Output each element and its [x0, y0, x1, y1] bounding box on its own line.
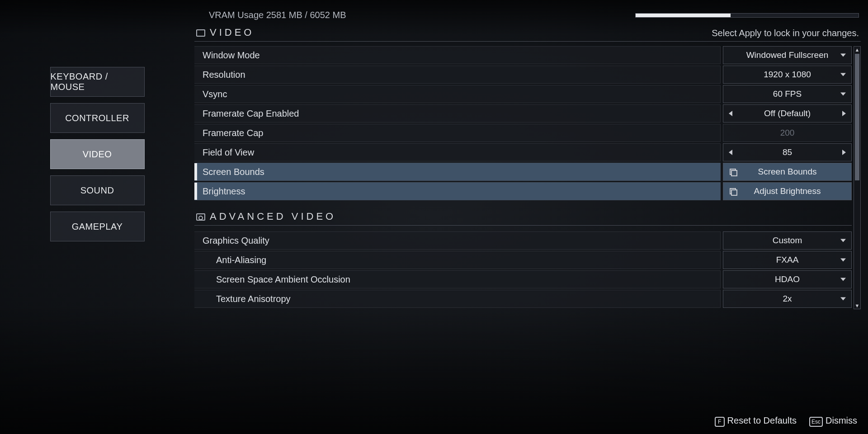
- dropdown-resolution[interactable]: 1920 x 1080: [723, 66, 852, 84]
- arrow-right-icon[interactable]: [842, 111, 846, 116]
- chevron-down-icon: [840, 93, 846, 96]
- chevron-down-icon: [840, 259, 846, 262]
- vram-usage-text: VRAM Usage 2581 MB / 6052 MB: [209, 10, 346, 20]
- section-header-advanced-video: ADVANCED VIDEO: [194, 206, 852, 226]
- advanced-monitor-icon: [196, 213, 205, 221]
- vram-usage-row: VRAM Usage 2581 MB / 6052 MB: [194, 10, 861, 22]
- row-graphics-quality: Graphics Quality Custom: [194, 231, 852, 250]
- dropdown-graphics-quality[interactable]: Custom: [723, 231, 852, 250]
- section-title-advanced-video: ADVANCED VIDEO: [210, 211, 336, 222]
- row-resolution: Resolution 1920 x 1080: [194, 66, 852, 84]
- section-title-video: VIDEO: [210, 27, 254, 38]
- label-anti-aliasing: Anti-Aliasing: [194, 251, 721, 269]
- dismiss-button[interactable]: EscDismiss: [809, 415, 857, 427]
- dropdown-anti-aliasing[interactable]: FXAA: [723, 251, 852, 269]
- chevron-down-icon: [840, 239, 846, 242]
- chevron-down-icon: [840, 297, 846, 301]
- label-resolution: Resolution: [194, 66, 721, 84]
- panel-brightness[interactable]: Adjust Brightness: [723, 182, 852, 200]
- stepper-field-of-view[interactable]: 85: [723, 143, 852, 161]
- tab-keyboard-mouse[interactable]: KEYBOARD / MOUSE: [50, 67, 145, 97]
- panel-screen-bounds[interactable]: Screen Bounds: [723, 163, 852, 181]
- row-ssao: Screen Space Ambient Occlusion HDAO: [194, 270, 852, 288]
- chevron-down-icon: [840, 278, 846, 281]
- scroll-down-icon[interactable]: ▼: [854, 302, 860, 309]
- row-texture-anisotropy: Texture Anisotropy 2x: [194, 290, 852, 308]
- stepper-framerate-cap-enabled[interactable]: Off (Default): [723, 104, 852, 123]
- tab-controller[interactable]: CONTROLLER: [50, 103, 145, 133]
- section-header-video: VIDEO Select Apply to lock in your chang…: [194, 22, 861, 42]
- label-graphics-quality: Graphics Quality: [194, 231, 721, 250]
- monitor-icon: [196, 29, 205, 37]
- label-screen-bounds: Screen Bounds: [194, 163, 721, 181]
- arrow-right-icon[interactable]: [842, 150, 846, 155]
- arrow-left-icon[interactable]: [729, 111, 732, 116]
- tab-video[interactable]: VIDEO: [50, 139, 145, 169]
- row-framerate-cap: Framerate Cap 200: [194, 124, 852, 142]
- label-framerate-cap-enabled: Framerate Cap Enabled: [194, 104, 721, 123]
- arrow-left-icon[interactable]: [729, 150, 732, 155]
- row-window-mode: Window Mode Windowed Fullscreen: [194, 46, 852, 64]
- label-texture-anisotropy: Texture Anisotropy: [194, 290, 721, 308]
- label-brightness: Brightness: [194, 182, 721, 200]
- dropdown-ssao[interactable]: HDAO: [723, 270, 852, 288]
- panel-open-icon: [730, 188, 736, 194]
- scroll-thumb[interactable]: [855, 54, 859, 180]
- row-framerate-cap-enabled: Framerate Cap Enabled Off (Default): [194, 104, 852, 123]
- key-hint-f: F: [715, 417, 725, 427]
- dropdown-texture-anisotropy[interactable]: 2x: [723, 290, 852, 308]
- label-window-mode: Window Mode: [194, 46, 721, 64]
- dropdown-window-mode[interactable]: Windowed Fullscreen: [723, 46, 852, 64]
- key-hint-esc: Esc: [809, 417, 823, 427]
- scrollbar[interactable]: ▲ ▼: [854, 46, 861, 309]
- tab-sound[interactable]: SOUND: [50, 175, 145, 205]
- tab-gameplay[interactable]: GAMEPLAY: [50, 212, 145, 241]
- apply-hint: Select Apply to lock in your changes.: [712, 28, 859, 38]
- reset-to-defaults-button[interactable]: FReset to Defaults: [715, 415, 797, 427]
- row-field-of-view: Field of View 85: [194, 143, 852, 161]
- chevron-down-icon: [840, 73, 846, 76]
- settings-category-sidebar: KEYBOARD / MOUSE CONTROLLER VIDEO SOUND …: [0, 0, 194, 434]
- label-field-of-view: Field of View: [194, 143, 721, 161]
- row-anti-aliasing: Anti-Aliasing FXAA: [194, 251, 852, 269]
- footer-shortcuts: FReset to Defaults EscDismiss: [715, 415, 857, 427]
- label-framerate-cap: Framerate Cap: [194, 124, 721, 142]
- panel-open-icon: [730, 169, 736, 175]
- vram-usage-fill: [636, 14, 731, 17]
- row-screen-bounds: Screen Bounds Screen Bounds: [194, 163, 852, 181]
- label-vsync: Vsync: [194, 85, 721, 103]
- chevron-down-icon: [840, 54, 846, 57]
- scroll-up-icon[interactable]: ▲: [854, 47, 860, 53]
- value-framerate-cap: 200: [723, 124, 852, 142]
- dropdown-vsync[interactable]: 60 FPS: [723, 85, 852, 103]
- vram-usage-bar: [635, 13, 859, 18]
- row-vsync: Vsync 60 FPS: [194, 85, 852, 103]
- row-brightness: Brightness Adjust Brightness: [194, 182, 852, 200]
- label-ssao: Screen Space Ambient Occlusion: [194, 270, 721, 288]
